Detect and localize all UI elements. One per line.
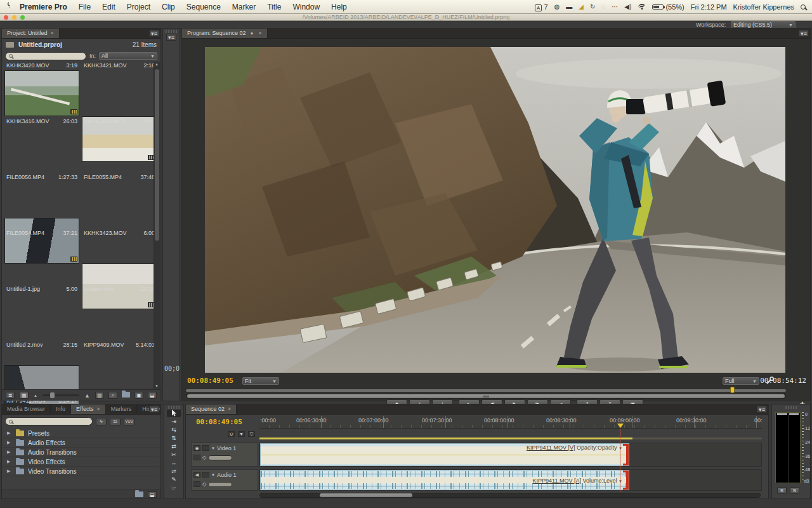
tab-effects[interactable]: Effects×	[71, 404, 106, 414]
delete-button[interactable]: ⬓	[148, 392, 157, 399]
hand-tool[interactable]: ☞	[167, 484, 181, 491]
video1-track-area[interactable]: KIPP9411.MOV [V] Opacity:Opacity ▼	[259, 443, 762, 467]
effects-folder-audio-effects[interactable]: ▶Audio Effects	[3, 438, 159, 448]
razor-tool[interactable]: ✂	[167, 451, 181, 458]
track-lock-toggle[interactable]	[202, 445, 209, 451]
menu-file[interactable]: File	[73, 3, 96, 11]
panel-grip[interactable]	[785, 406, 797, 409]
fit-dropdown[interactable]: Fit▼	[242, 377, 279, 385]
scroll-up-icon[interactable]: ▲	[155, 62, 159, 66]
set-display-style-icon[interactable]	[193, 455, 200, 460]
audio-meter[interactable]	[775, 412, 801, 483]
yuv-badge[interactable]: YUV	[124, 418, 134, 425]
menu-sequence[interactable]: Sequence	[181, 3, 226, 11]
new-bin-button[interactable]	[122, 392, 130, 398]
timeline-ruler[interactable]: :00:00 00:06:30:00 00:07:00:00 00:07:30:…	[259, 416, 762, 429]
effects-folder-video-transitions[interactable]: ▶Video Transitions	[3, 467, 159, 476]
clip-out-point-red[interactable]	[626, 444, 629, 465]
effects-folder-presets[interactable]: ▶Presets	[3, 429, 159, 438]
tab-project[interactable]: Project: Untitled×	[2, 29, 60, 38]
clip-item[interactable]: KKHK3422.MOV8:23	[82, 117, 157, 125]
apple-menu-icon[interactable]	[0, 2, 14, 12]
display-icon[interactable]: ▬	[566, 4, 572, 10]
selection-tool[interactable]	[167, 410, 181, 417]
panel-menu-icon[interactable]: ▾≡	[166, 34, 176, 41]
track-lock-toggle[interactable]	[202, 472, 209, 478]
solo-left-button[interactable]: S	[777, 487, 787, 494]
project-scrollbar[interactable]: ▲ ▼	[154, 62, 160, 389]
set-unnumbered-marker-button[interactable]: ▽	[248, 431, 255, 437]
menu-extras-icon[interactable]: ⋯	[612, 4, 618, 10]
new-item-button[interactable]: ▣	[134, 392, 143, 399]
list-view-button[interactable]: ≣	[6, 392, 15, 399]
audio1-track-area[interactable]: KIPP9411.MOV [A] Volume:Level ▼	[259, 469, 762, 491]
automate-to-sequence-button[interactable]: ▥	[95, 392, 104, 399]
scroll-down-icon[interactable]: ▼	[155, 384, 159, 388]
clip-item[interactable]: KKHK3421.MOV2:16	[82, 62, 157, 69]
panel-menu-icon[interactable]: ▾≡	[799, 30, 809, 37]
clip-item[interactable]: FILE0054.MP437:21	[4, 229, 79, 237]
clip-item[interactable]: FILE0055.MP437:48	[82, 173, 157, 181]
effects-search-input[interactable]	[5, 417, 93, 425]
menu-title[interactable]: Title	[261, 3, 287, 11]
rate-stretch-tool[interactable]: ⇄	[167, 443, 181, 450]
zoom-in-icon[interactable]: ▲	[84, 392, 90, 399]
menu-clip[interactable]: Clip	[156, 3, 181, 11]
slide-tool[interactable]: ⇌	[167, 467, 181, 475]
set-encore-marker-button[interactable]: ▼	[238, 431, 245, 437]
playback-quality-dropdown[interactable]: Full▼	[723, 377, 759, 385]
toggle-track-output-eye-icon[interactable]: ◉	[193, 445, 200, 451]
new-custom-bin-button[interactable]	[135, 491, 143, 497]
clip-item[interactable]: KKHK3423.MOV6:00	[82, 229, 157, 237]
panel-menu-icon[interactable]: ▾≡	[149, 30, 159, 37]
time-machine-icon[interactable]: ◌	[601, 4, 605, 10]
tri-right-icon[interactable]: ▶	[7, 431, 12, 436]
menu-marker[interactable]: Marker	[226, 3, 261, 11]
collapse-track-icon[interactable]: ▼	[211, 446, 215, 450]
anchor-app-icon[interactable]: A 7	[535, 3, 548, 11]
panel-grip[interactable]	[166, 30, 177, 33]
dropbox-icon[interactable]: ◍	[554, 4, 560, 10]
32bit-badge[interactable]: 32	[110, 418, 121, 425]
tab-info[interactable]: Info	[51, 404, 71, 414]
panel-menu-icon[interactable]: ▾≡	[757, 406, 767, 413]
clip-thumbnail[interactable]	[4, 70, 79, 116]
find-button[interactable]: ⌕	[108, 392, 117, 399]
sync-icon[interactable]: ↻	[590, 4, 595, 10]
clip-item[interactable]: Untitled-1.jpg5:00	[4, 285, 79, 293]
viewing-area-bar[interactable]	[186, 389, 786, 392]
collapse-track-icon[interactable]: ▼	[211, 473, 215, 477]
filter-in-dropdown[interactable]: All▼	[99, 52, 157, 60]
panel-grip[interactable]	[168, 406, 180, 409]
effects-folder-video-effects[interactable]: ▶Video Effects	[3, 457, 159, 467]
effects-folder-audio-transitions[interactable]: ▶Audio Transitions	[3, 448, 159, 457]
track-select-tool[interactable]: ⇥	[167, 418, 181, 425]
accelerated-effects-badge-icon[interactable]: ϟ	[96, 418, 107, 425]
spotlight-icon[interactable]	[801, 4, 806, 10]
menu-premiere-pro[interactable]: Premiere Pro	[14, 3, 73, 11]
timeline-current-timecode[interactable]: 00:08:49:05	[196, 418, 242, 426]
user-menu[interactable]: Kristoffer Kippernes	[733, 3, 794, 11]
solo-right-button[interactable]: S	[790, 487, 799, 494]
monitor-scrollbar[interactable]	[186, 394, 786, 399]
playhead-marker[interactable]	[617, 424, 624, 431]
pen-tool[interactable]: ✎	[167, 476, 181, 483]
panel-menu-icon[interactable]: ▾≡	[149, 406, 159, 413]
clip-item[interactable]: KIPP9409.MOV5:14:01	[82, 341, 157, 349]
ripple-edit-tool[interactable]: ⇆	[167, 426, 181, 434]
backup-icon[interactable]: ◢	[579, 4, 584, 10]
menu-edit[interactable]: Edit	[96, 3, 121, 11]
keyframe-icon[interactable]: ◇	[202, 455, 206, 460]
volume-icon[interactable]: ◀)	[624, 4, 631, 10]
audio-clip-kipp9411[interactable]: KIPP9411.MOV [A] Volume:Level ▼	[260, 470, 629, 490]
clip-item[interactable]: screen.mov20:19	[82, 285, 157, 293]
tab-program-monitor[interactable]: Program: Sequence 02 ▼ ×	[182, 29, 268, 38]
track-keyframe-nav[interactable]	[208, 482, 232, 487]
tab-media-browser[interactable]: Media Browser	[2, 404, 51, 414]
track-keyframe-nav[interactable]	[208, 455, 232, 460]
menu-help[interactable]: Help	[325, 3, 353, 11]
rolling-edit-tool[interactable]: ⇅	[167, 434, 181, 442]
program-video-frame[interactable]	[205, 47, 785, 373]
collapsed-source-strip[interactable]: ▾≡ 00;0	[162, 28, 180, 401]
toggle-track-audio-icon[interactable]: ◀	[193, 472, 200, 478]
